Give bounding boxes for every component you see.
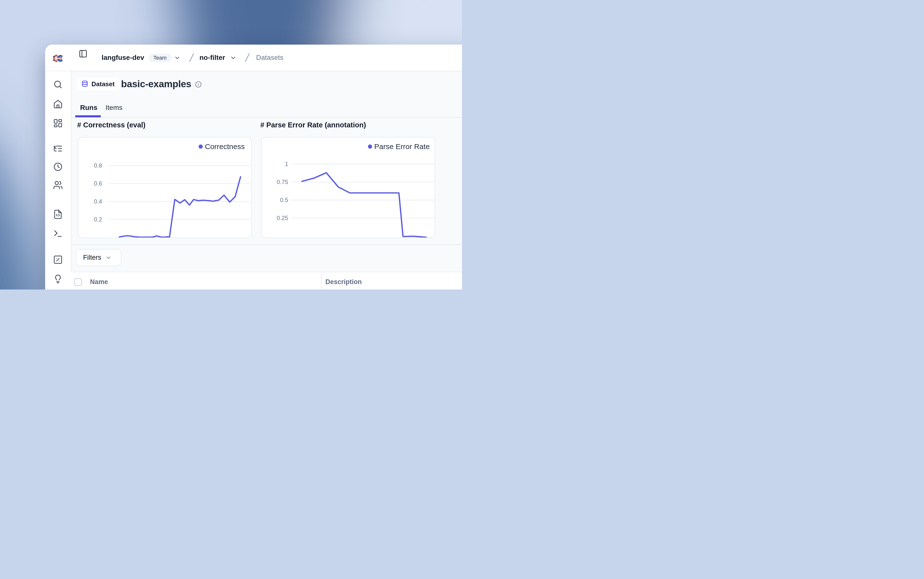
svg-text:Parse Error Rate: Parse Error Rate (374, 142, 430, 150)
svg-text:0.25: 0.25 (277, 214, 288, 221)
svg-text:1: 1 (285, 160, 288, 167)
svg-text:0.4: 0.4 (94, 198, 102, 205)
svg-text:0.5: 0.5 (280, 196, 288, 203)
svg-text:0.2: 0.2 (94, 216, 102, 223)
svg-text:Correctness: Correctness (205, 142, 245, 150)
svg-text:0.8: 0.8 (94, 162, 102, 169)
svg-text:0.6: 0.6 (94, 180, 102, 187)
svg-text:0.75: 0.75 (277, 178, 288, 185)
